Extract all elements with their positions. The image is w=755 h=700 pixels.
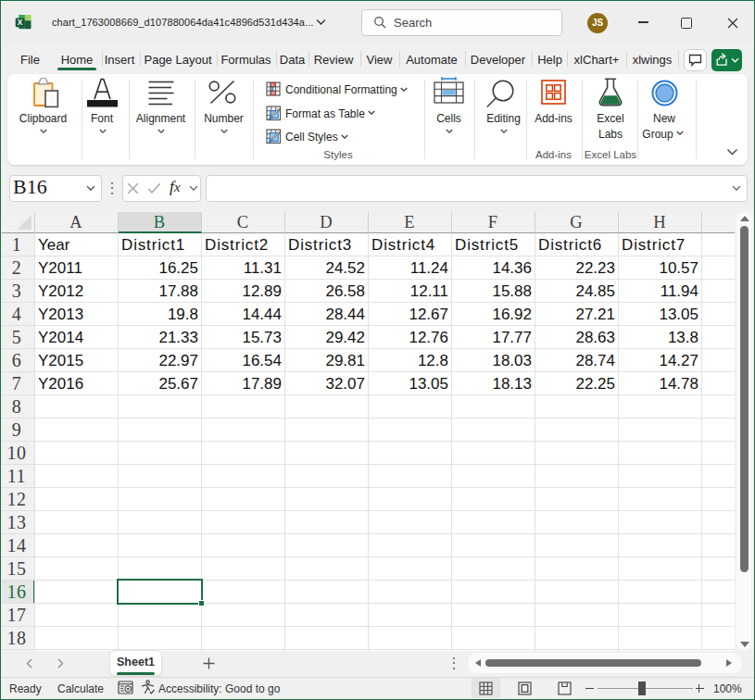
svg-text:X: X bbox=[18, 19, 23, 27]
